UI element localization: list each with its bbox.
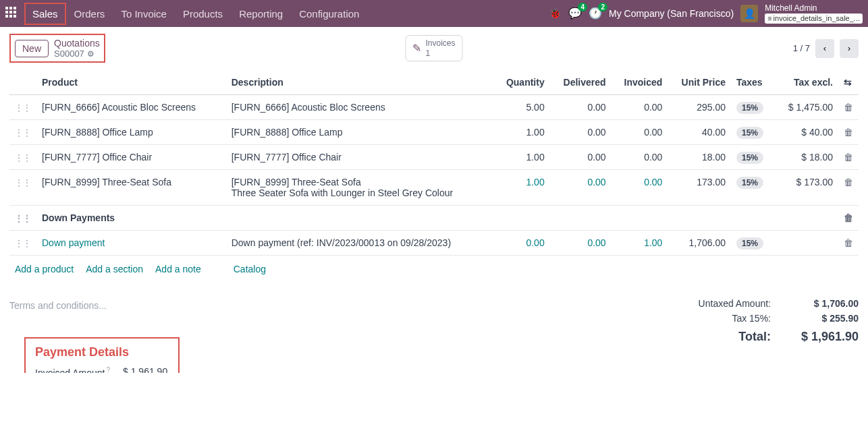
trash-icon[interactable]: 🗑	[844, 152, 853, 163]
drag-handle-icon[interactable]: ⋮⋮	[15, 103, 31, 113]
terms-field[interactable]: Terms and conditions...	[9, 296, 663, 315]
cell-description[interactable]: Down payment (ref: INV/2023/00013 on 09/…	[226, 231, 493, 256]
trash-icon[interactable]: 🗑	[844, 212, 853, 223]
cell-description[interactable]: [FURN_8888] Office Lamp	[226, 120, 493, 145]
user-name: Mitchell Admin	[765, 3, 863, 13]
cell-quantity[interactable]: 1.00	[493, 120, 550, 145]
col-invoiced[interactable]: Invoiced	[612, 70, 668, 95]
cell-delivered[interactable]: 0.00	[550, 120, 612, 145]
activities-count: 2	[598, 3, 607, 11]
control-panel: New Quotations S00007 ⚙ ✎ Invoices 1 1 /…	[0, 27, 868, 70]
col-taxes[interactable]: Taxes	[731, 70, 774, 95]
cell-tax-excl: $ 18.00	[774, 145, 838, 170]
pager: 1 / 7 ‹ ›	[793, 39, 859, 58]
cell-unit-price[interactable]: 173.00	[668, 170, 731, 206]
cell-invoiced[interactable]: 0.00	[612, 170, 668, 206]
cell-description[interactable]: [FURN_8999] Three-Seat SofaThree Seater …	[226, 170, 493, 206]
col-product[interactable]: Product	[36, 70, 226, 95]
col-description[interactable]: Description	[226, 70, 493, 95]
cell-quantity[interactable]: 0.00	[493, 231, 550, 256]
nav-to-invoice[interactable]: To Invoice	[113, 3, 175, 25]
gear-icon[interactable]: ⚙	[87, 49, 94, 59]
add-section-link[interactable]: Add a section	[86, 264, 143, 274]
cell-invoiced[interactable]: 0.00	[612, 145, 668, 170]
add-product-link[interactable]: Add a product	[15, 264, 74, 274]
catalog-link[interactable]: Catalog	[234, 264, 266, 274]
trash-icon[interactable]: 🗑	[844, 102, 853, 113]
cell-unit-price[interactable]: 1,706.00	[668, 231, 731, 256]
table-row[interactable]: ⋮⋮ [FURN_8999] Three-Seat Sofa [FURN_899…	[9, 170, 859, 206]
table-row[interactable]: ⋮⋮ [FURN_7777] Office Chair [FURN_7777] …	[9, 145, 859, 170]
drag-handle-icon[interactable]: ⋮⋮	[15, 178, 31, 187]
cell-product[interactable]: [FURN_8888] Office Lamp	[36, 120, 226, 145]
drag-handle-icon[interactable]: ⋮⋮	[15, 239, 31, 248]
activities-icon[interactable]: 🕐2	[589, 7, 602, 20]
cell-quantity[interactable]: 5.00	[493, 95, 550, 120]
payment-details-title: Payment Details	[35, 345, 169, 359]
cell-quantity[interactable]: 1.00	[493, 145, 550, 170]
nav-configuration[interactable]: Configuration	[291, 3, 367, 25]
trash-icon[interactable]: 🗑	[844, 127, 853, 138]
cell-product[interactable]: [FURN_6666] Acoustic Bloc Screens	[36, 95, 226, 120]
cell-product[interactable]: [FURN_7777] Office Chair	[36, 145, 226, 170]
cell-taxes[interactable]: 15%	[731, 231, 774, 256]
breadcrumb-quotations[interactable]: Quotations	[54, 38, 100, 49]
nav-orders[interactable]: Orders	[66, 3, 113, 25]
line-actions: Add a product Add a section Add a note C…	[9, 256, 859, 283]
col-delivered[interactable]: Delivered	[550, 70, 612, 95]
messaging-icon[interactable]: 💬4	[568, 7, 582, 20]
cell-delivered[interactable]: 0.00	[550, 145, 612, 170]
cell-product[interactable]: [FURN_8999] Three-Seat Sofa	[36, 170, 226, 206]
table-row[interactable]: ⋮⋮ [FURN_6666] Acoustic Bloc Screens [FU…	[9, 95, 859, 120]
nav-sales[interactable]: Sales	[24, 3, 66, 25]
cell-invoiced[interactable]: 0.00	[612, 95, 668, 120]
nav-products[interactable]: Products	[175, 3, 231, 25]
cell-taxes[interactable]: 15%	[731, 145, 774, 170]
new-button[interactable]: New	[15, 40, 49, 57]
table-row[interactable]: ⋮⋮ Down payment Down payment (ref: INV/2…	[9, 231, 859, 256]
cell-unit-price[interactable]: 40.00	[668, 120, 731, 145]
section-row[interactable]: ⋮⋮ Down Payments 🗑	[9, 206, 859, 231]
apps-icon[interactable]	[5, 7, 19, 20]
drag-handle-icon[interactable]: ⋮⋮	[15, 153, 31, 163]
debug-icon[interactable]: 🐞	[549, 7, 562, 20]
cell-unit-price[interactable]: 295.00	[668, 95, 731, 120]
invoices-stat-button[interactable]: ✎ Invoices 1	[405, 35, 462, 61]
cell-tax-excl: $ 1,475.00	[774, 95, 838, 120]
cell-delivered[interactable]: 0.00	[550, 170, 612, 206]
cell-taxes[interactable]: 15%	[731, 170, 774, 206]
help-icon[interactable]: ?	[107, 366, 111, 373]
cell-invoiced[interactable]: 0.00	[612, 120, 668, 145]
cell-quantity[interactable]: 1.00	[493, 170, 550, 206]
cell-invoiced[interactable]: 1.00	[612, 231, 668, 256]
add-note-link[interactable]: Add a note	[155, 264, 201, 274]
trash-icon[interactable]: 🗑	[844, 237, 853, 248]
cell-taxes[interactable]: 15%	[731, 120, 774, 145]
cell-taxes[interactable]: 15%	[731, 95, 774, 120]
order-lines-table: Product Description Quantity Delivered I…	[9, 70, 859, 256]
col-tax-excl[interactable]: Tax excl.	[774, 70, 838, 95]
cell-delivered[interactable]: 0.00	[550, 95, 612, 120]
pager-next[interactable]: ›	[840, 39, 859, 58]
trash-icon[interactable]: 🗑	[844, 177, 853, 187]
pager-prev[interactable]: ‹	[815, 39, 834, 58]
record-name: S00007	[54, 49, 84, 59]
drag-handle-icon[interactable]: ⋮⋮	[15, 128, 31, 138]
avatar[interactable]: 👤	[740, 5, 758, 22]
company-switcher[interactable]: My Company (San Francisco)	[609, 8, 734, 19]
col-optional-columns[interactable]: ⇆	[838, 70, 859, 95]
pager-text[interactable]: 1 / 7	[793, 43, 810, 53]
cell-description[interactable]: [FURN_6666] Acoustic Bloc Screens	[226, 95, 493, 120]
user-menu[interactable]: Mitchell Admin ≡ invoice_details_in_sale…	[765, 3, 863, 24]
col-quantity[interactable]: Quantity	[493, 70, 550, 95]
cell-product[interactable]: Down payment	[36, 231, 226, 256]
col-unit-price[interactable]: Unit Price	[668, 70, 731, 95]
drag-handle-icon[interactable]: ⋮⋮	[15, 214, 31, 223]
section-label[interactable]: Down Payments	[36, 206, 838, 231]
cell-unit-price[interactable]: 18.00	[668, 145, 731, 170]
cell-delivered[interactable]: 0.00	[550, 231, 612, 256]
cell-description[interactable]: [FURN_7777] Office Chair	[226, 145, 493, 170]
invoiced-amount-label: Invoiced Amount	[35, 368, 105, 373]
nav-reporting[interactable]: Reporting	[231, 3, 291, 25]
table-row[interactable]: ⋮⋮ [FURN_8888] Office Lamp [FURN_8888] O…	[9, 120, 859, 145]
